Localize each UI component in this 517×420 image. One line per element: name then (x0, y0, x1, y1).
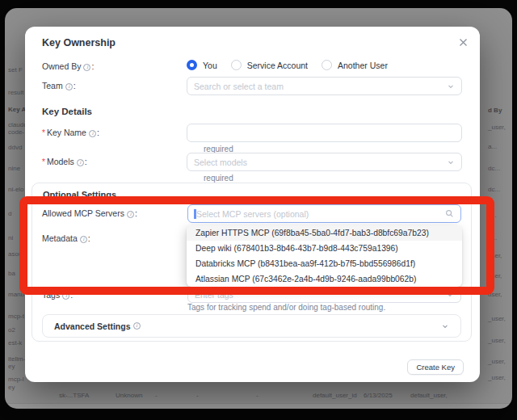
bg-text-fragment: a... (488, 143, 497, 150)
bg-text-fragment: _user, (488, 124, 506, 131)
radio-service-account[interactable] (231, 60, 242, 70)
search-icon (445, 209, 454, 218)
key-name-input[interactable] (187, 124, 462, 142)
owned-by-label: Owned Byi: (42, 57, 187, 71)
chevron-down-icon (447, 82, 455, 90)
create-key-button[interactable]: Create Key (407, 359, 464, 375)
info-icon[interactable]: i (83, 64, 90, 71)
bg-text-fragment: ey (8, 363, 15, 370)
mcp-option-deep-wiki[interactable]: Deep wiki (678401b3-8b46-43b7-b9d8-443c7… (187, 241, 462, 256)
bg-text-fragment: dc... (488, 165, 500, 172)
bg-row-cell: default_user_id (313, 392, 357, 399)
modal-title: Key Ownership (42, 37, 116, 48)
screenshot-stage: set F result Key A claude code- ddvd nin… (0, 0, 517, 420)
bg-text-fragment: manu (8, 291, 24, 298)
tags-select[interactable]: Enter tags (187, 287, 461, 303)
bg-text-fragment: a... (488, 234, 497, 242)
bg-text-fragment: _user, (488, 315, 506, 322)
bg-row-cell: - (256, 392, 258, 399)
bg-text-fragment: _user, (488, 358, 506, 365)
bg-text-fragment: ni (8, 234, 13, 242)
mcp-option-atlassian[interactable]: Atlassian MCP (67c3462e-2a4b-4d9b-9246-a… (187, 271, 462, 287)
mcp-option-databricks[interactable]: Databricks MCP (b8431bea-aa9f-412b-b7f5-… (187, 256, 462, 271)
bg-text-fragment: est-k (8, 339, 22, 346)
info-icon[interactable]: i (65, 83, 73, 90)
team-label: Teami: (42, 77, 187, 90)
radio-you-label[interactable]: You (203, 61, 217, 70)
bg-text-fragment: user, (488, 291, 502, 298)
tags-help-text: Tags for tracking spend and/or doing tag… (187, 303, 385, 312)
advanced-settings-heading: Advanced Settings (54, 321, 131, 331)
models-select[interactable]: Select models (187, 153, 462, 171)
bg-text-fragment: ason2 (8, 250, 26, 258)
bg-text-fragment: itellm- (8, 355, 25, 363)
bg-table-header-fragment: Key A (8, 106, 26, 113)
mcp-servers-row: Allowed MCP Serversi: Select MCP servers… (42, 204, 461, 223)
info-icon[interactable]: i (62, 292, 69, 300)
bg-text-fragment: ddvd (8, 144, 22, 151)
chevron-down-icon (446, 291, 454, 299)
team-row: Teami: Search or select a team (42, 77, 462, 95)
mcp-option-zapier[interactable]: Zapier HTTPS MCP (69f8ba45-5ba0-4fd7-bab… (187, 225, 462, 241)
tags-row: Tagsi: Enter tags (42, 287, 461, 303)
mcp-servers-placeholder: Select MCP servers (optional) (195, 209, 440, 219)
bg-text-fragment: dc... (488, 186, 500, 193)
bg-text-fragment: mcp-l (8, 376, 24, 383)
owned-by-radio-group: You Service Account Another User (187, 57, 462, 70)
key-name-row: *Key Namei: (42, 124, 462, 142)
bg-text-fragment: o2 (8, 326, 15, 334)
bg-text-fragment: ba (8, 270, 15, 277)
advanced-settings-accordion[interactable]: Advanced Settings i (42, 314, 461, 338)
models-required-note: required (204, 174, 233, 183)
create-key-modal: Key Ownership Owned Byi: You Service Acc… (25, 27, 480, 382)
metadata-label: Metadatai: (42, 233, 90, 243)
key-name-label: *Key Namei: (42, 124, 187, 137)
bg-row-cell: default_user, (410, 392, 448, 399)
bg-table-footer (5, 403, 512, 409)
bg-text-fragment: user, (488, 252, 502, 259)
bg-text-fragment: _user, (488, 374, 506, 381)
mcp-servers-dropdown: Zapier HTTPS MCP (69f8ba45-5ba0-4fd7-bab… (187, 225, 462, 287)
models-label: *Modelsi: (42, 153, 187, 166)
bg-text-fragment: c... (488, 212, 497, 219)
radio-you[interactable] (187, 60, 197, 70)
mcp-servers-label: Allowed MCP Serversi: (42, 204, 187, 218)
team-select[interactable]: Search or select a team (187, 77, 462, 95)
text-caret (194, 209, 196, 219)
chevron-down-icon (447, 158, 455, 166)
bg-text-fragment: set F (8, 66, 23, 74)
tags-select-placeholder: Enter tags (195, 290, 441, 300)
optional-settings-heading[interactable]: Optional Settings (43, 190, 116, 200)
bg-table-header-fragment: d By (488, 107, 502, 114)
models-select-placeholder: Select models (194, 158, 442, 167)
bg-text-fragment: nine (8, 165, 20, 172)
bg-text-fragment: code- (8, 128, 24, 136)
owned-by-row: Owned Byi: You Service Account Another U… (42, 57, 462, 71)
bg-text-fragment: _user, (488, 337, 506, 344)
radio-another-user-label[interactable]: Another User (338, 61, 388, 70)
close-icon[interactable] (456, 36, 469, 48)
bg-row-cell: sk-...TSFA (59, 392, 89, 399)
bg-row-cell: - (155, 392, 158, 399)
bg-text-fragment: user, (488, 272, 502, 279)
models-row: *Modelsi: Select models (42, 153, 462, 171)
chevron-down-icon (441, 322, 449, 330)
team-select-placeholder: Search or select a team (194, 82, 442, 91)
radio-service-account-label[interactable]: Service Account (247, 61, 308, 70)
info-icon[interactable]: i (77, 159, 84, 166)
key-details-heading: Key Details (42, 107, 92, 116)
info-icon[interactable]: i (127, 211, 134, 218)
bg-text-fragment: ni-elo (8, 186, 24, 193)
info-icon[interactable]: i (133, 322, 141, 330)
bg-text-fragment: mcp-t (8, 313, 24, 320)
bg-text-fragment: result (8, 89, 24, 96)
bg-text-fragment: d (8, 210, 11, 217)
bg-text-fragment: ey (8, 384, 15, 391)
tags-label: Tagsi: (42, 287, 187, 300)
info-icon[interactable]: i (89, 130, 96, 137)
mcp-servers-input[interactable]: Select MCP servers (optional) (187, 204, 461, 223)
info-icon[interactable]: i (80, 236, 87, 243)
bg-row-cell: 6/13/2025 (364, 392, 393, 399)
bg-row-cell: Unknown (116, 392, 142, 399)
radio-another-user[interactable] (322, 60, 332, 70)
